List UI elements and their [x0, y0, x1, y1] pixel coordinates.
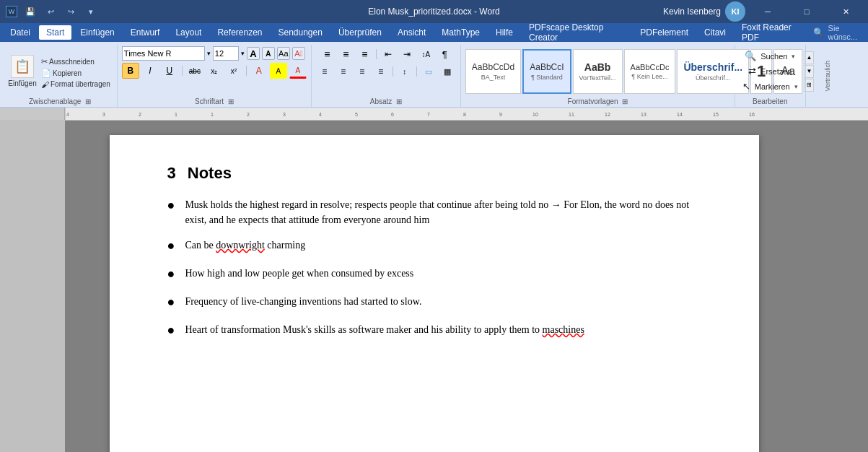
edit-label: Bearbeiten [740, 96, 801, 105]
style-ueberschrift-preview: Überschrif... [683, 61, 742, 73]
menu-hilfe[interactable]: Hilfe [488, 25, 520, 40]
window-title: Elon Musk_prioritized.docx - Word [368, 6, 500, 17]
bullet-text-1: Musk holds the highest regard in resolve… [185, 197, 701, 227]
select-dropdown-arrow: ▾ [794, 83, 798, 90]
menu-pdfscape[interactable]: PDFscape Desktop Creator [522, 20, 631, 45]
menu-einfuegen[interactable]: Einfügen [73, 25, 121, 40]
menu-entwurf[interactable]: Entwurf [123, 25, 167, 40]
replace-icon: ⇄ [748, 66, 756, 77]
save-button[interactable]: 💾 [22, 3, 39, 20]
line-spacing-button[interactable]: ↕ [396, 64, 413, 79]
format-copy-button[interactable]: 🖌 Format übertragen [39, 79, 113, 90]
customize-quick-access-button[interactable]: ▾ [82, 3, 100, 20]
paste-button[interactable]: 📋 Einfügen [7, 52, 38, 90]
select-button[interactable]: ↖ Markieren ▾ [740, 79, 801, 93]
close-button[interactable]: ✕ [829, 0, 862, 23]
style-kein-lee-label: ¶ Kein Lee... [631, 73, 667, 80]
menu-referenzen[interactable]: Referenzen [210, 25, 269, 40]
clipboard-mini-buttons: ✂ Ausschneiden 📄 Kopieren 🖌 Format übert… [39, 53, 113, 90]
menu-ansicht[interactable]: Ansicht [390, 25, 433, 40]
increase-indent-button[interactable]: ⇥ [398, 46, 416, 62]
multilevel-list-button[interactable]: ≡ [356, 46, 373, 62]
left-margin-indicator [0, 121, 65, 452]
font-color-button[interactable]: A [250, 63, 268, 79]
trusted-label: Vertraulich [824, 61, 831, 92]
borders-button[interactable]: ▦ [439, 64, 456, 79]
style-kein-lee[interactable]: AaBbCcDc ¶ Kein Lee... [624, 49, 676, 94]
svg-text:14: 14 [677, 112, 683, 117]
shading-button[interactable]: ▭ [420, 64, 437, 79]
svg-text:3: 3 [283, 112, 286, 117]
username-label: Kevin Isenberg [663, 6, 721, 17]
show-formatting-button[interactable]: ¶ [436, 46, 453, 62]
strikethrough-button[interactable]: abc [186, 63, 203, 79]
italic-button[interactable]: I [141, 63, 159, 79]
style-vortext[interactable]: AaBb VorTextTeil... [573, 49, 623, 94]
redo-button[interactable]: ↪ [62, 3, 79, 20]
trusted-content: Vertraulich [810, 46, 845, 105]
menu-pdfelement[interactable]: PDFelement [633, 25, 696, 40]
scissors-icon: ✂ [41, 57, 48, 66]
numbering-button[interactable]: ≡ [337, 46, 354, 62]
superscript-button[interactable]: x² [225, 63, 242, 79]
align-left-button[interactable]: ≡ [316, 64, 333, 79]
font-shading-button[interactable]: A [289, 63, 307, 79]
style-kein-lee-preview: AaBbCcDc [631, 63, 670, 71]
squiggle-maschines: maschines [543, 324, 584, 335]
decrease-indent-button[interactable]: ⇤ [380, 46, 397, 62]
menu-datei[interactable]: Datei [3, 25, 38, 40]
menu-search-placeholder[interactable]: Sie wünsc... [828, 24, 865, 41]
align-right-button[interactable]: ≡ [354, 64, 371, 79]
bullet-text-4: Frequency of live-changing inventions ha… [185, 294, 701, 309]
font-name-dropdown-icon[interactable]: ▾ [207, 50, 211, 57]
replace-button[interactable]: ⇄ Ersetzen [745, 64, 794, 78]
ruler: 4 3 2 1 1 2 3 4 5 6 7 8 9 10 11 12 13 14… [0, 108, 868, 121]
menu-sendungen[interactable]: Sendungen [271, 25, 330, 40]
justify-button[interactable]: ≡ [372, 64, 390, 79]
bold-button[interactable]: B [122, 63, 139, 79]
bullets-button[interactable]: ≡ [318, 46, 336, 62]
change-case-button[interactable]: Aa [277, 47, 290, 60]
font-name-input[interactable] [122, 46, 205, 61]
svg-text:8: 8 [463, 112, 466, 117]
ribbon: 📋 Einfügen ✂ Ausschneiden 📄 Kopieren 🖌 F… [0, 42, 868, 108]
paste-icon: 📋 [11, 55, 34, 78]
svg-text:6: 6 [391, 112, 394, 117]
undo-button[interactable]: ↩ [42, 3, 59, 20]
search-button[interactable]: 🔍 Suchen ▾ [742, 49, 798, 63]
document-page[interactable]: 3 Notes ● Musk holds the highest regard … [110, 135, 759, 452]
font-size-dropdown-icon[interactable]: ▾ [241, 50, 245, 57]
word-app-icon: W [6, 6, 17, 17]
sort-button[interactable]: ↕A [417, 46, 434, 62]
paragraph-row-1: ≡ ≡ ≡ ⇤ ⇥ ↕A ¶ [318, 46, 453, 62]
highlight-color-button[interactable]: A [270, 63, 287, 79]
style-ba-text[interactable]: AaBbCcDd BA_Text [465, 49, 521, 94]
menu-mathtype[interactable]: MathType [434, 25, 487, 40]
section-heading: 3 Notes [167, 164, 701, 183]
search-icon: 🔍 [813, 27, 824, 38]
menu-citavi[interactable]: Citavi [697, 25, 733, 40]
clear-formatting-button[interactable]: A⃝ [292, 47, 305, 60]
bullet-dot-5: ● [167, 321, 175, 340]
underline-button[interactable]: U [161, 63, 178, 79]
align-center-button[interactable]: ≡ [335, 64, 352, 79]
menu-layout[interactable]: Layout [168, 25, 209, 40]
svg-text:10: 10 [532, 112, 538, 117]
bullet-dot-4: ● [167, 292, 175, 312]
cut-button[interactable]: ✂ Ausschneiden [39, 56, 113, 67]
styles-controls: AaBbCcDd BA_Text AaBbCcI ¶ Standard AaBb… [465, 46, 730, 96]
subscript-button[interactable]: x₂ [206, 63, 223, 79]
font-size-increase-button[interactable]: A [247, 47, 260, 60]
font-size-input[interactable] [213, 46, 239, 61]
font-size-decrease-button[interactable]: A [262, 47, 275, 60]
menu-start[interactable]: Start [39, 25, 71, 40]
copy-button[interactable]: 📄 Kopieren [39, 68, 113, 79]
menu-ueberpruefen[interactable]: Überprüfen [331, 25, 389, 40]
menu-foxit[interactable]: Foxit Reader PDF [735, 20, 812, 45]
ruler-left-margin [0, 108, 65, 120]
user-avatar[interactable]: KI [725, 1, 745, 22]
svg-text:4: 4 [66, 112, 69, 117]
style-standard[interactable]: AaBbCcI ¶ Standard [522, 49, 571, 94]
style-ueberschrift-label: Überschrif... [696, 74, 731, 82]
font-label: Schriftart ⊞ [122, 96, 307, 105]
